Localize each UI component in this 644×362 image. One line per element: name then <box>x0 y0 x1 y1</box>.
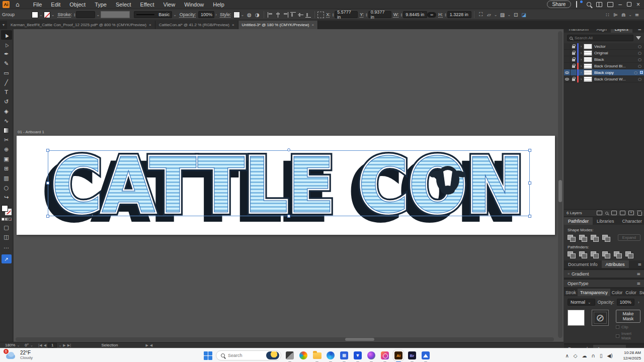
artboard-tool[interactable]: ⊞ <box>1 164 12 173</box>
intersect-icon[interactable] <box>591 235 598 241</box>
tab-libraries[interactable]: Libraries <box>593 217 618 225</box>
media-app-icon[interactable] <box>366 350 376 360</box>
status-back-icon[interactable]: ◀ <box>150 343 152 347</box>
lock-toggle[interactable] <box>571 50 577 56</box>
selection-tool[interactable]: ▲ <box>1 30 12 40</box>
control-bar-menu-icon[interactable]: ≡ <box>633 11 641 18</box>
unite-icon[interactable] <box>568 235 575 241</box>
tab-transparency[interactable]: Transparency <box>578 289 610 296</box>
opacity-chevron-icon[interactable]: › <box>215 13 217 17</box>
zoom-level-field[interactable]: 180% <box>5 343 15 347</box>
target-circle-icon[interactable]: ○ <box>634 70 640 75</box>
tab-color[interactable]: Color <box>610 289 624 296</box>
align-to-icon[interactable]: ⊫ <box>611 11 619 18</box>
lock-toggle[interactable] <box>571 56 577 63</box>
blend-mode-dropdown[interactable]: Normal ⌄ <box>568 299 595 306</box>
canvas-area[interactable]: 01 - Artboard 1 CATTLE CON CATTLE CON CA… <box>14 29 564 342</box>
close-button[interactable]: × <box>636 1 640 8</box>
last-artboard-icon[interactable]: ▶| <box>67 343 71 347</box>
vertical-scrollbar[interactable] <box>558 31 562 338</box>
style-chevron-icon[interactable]: ⌄ <box>241 13 245 17</box>
expand-button[interactable]: Expand <box>618 234 640 241</box>
bridge-taskbar-icon[interactable]: Br <box>407 350 417 360</box>
opacity-label[interactable]: Opacity: <box>180 12 196 17</box>
curvature-tool[interactable]: ✎ <box>1 59 12 68</box>
visibility-toggle[interactable] <box>564 56 571 63</box>
layer-name[interactable]: Original <box>594 51 638 55</box>
visibility-toggle[interactable] <box>564 50 571 56</box>
lock-toggle[interactable] <box>571 43 577 50</box>
layer-name[interactable]: Black <box>594 57 638 62</box>
w-label[interactable]: W: <box>393 12 399 17</box>
expand-chevron-icon[interactable]: › <box>579 57 584 62</box>
fill-swatch[interactable] <box>32 12 38 18</box>
dropbox-app-icon[interactable]: ▼ <box>353 350 363 360</box>
y-stepper[interactable]: ▴▾ <box>366 13 367 17</box>
mask-thumbnail[interactable]: ⊘ <box>592 310 609 326</box>
menu-view[interactable]: View <box>159 2 180 8</box>
arrange-icon[interactable]: ∷ <box>603 11 611 18</box>
photos-app-icon[interactable] <box>380 350 390 360</box>
first-artboard-icon[interactable]: |◀ <box>38 343 42 347</box>
filter-funnel-icon[interactable] <box>636 36 641 40</box>
target-circle-icon[interactable]: ○ <box>638 57 644 62</box>
copilot-icon[interactable] <box>298 350 308 360</box>
shear-icon[interactable]: ▱ <box>485 11 493 18</box>
new-sublayer-icon[interactable] <box>620 211 625 215</box>
align-top-icon[interactable] <box>290 12 296 18</box>
taskbar-search-input[interactable] <box>228 353 263 358</box>
phone-tray-icon[interactable]: ▯ <box>600 353 603 358</box>
h-stepper[interactable]: ▴▾ <box>445 13 446 17</box>
brush-chevron-icon[interactable]: ⌄ <box>173 13 177 17</box>
layer-row-black[interactable]: › Black ○ <box>564 56 644 63</box>
minus-front-icon[interactable] <box>579 235 587 241</box>
draw-mode-button[interactable]: ▢ <box>1 223 12 232</box>
arrange-documents-icon[interactable] <box>607 2 613 7</box>
layer-row-background-black[interactable]: › Back Ground Bl... ○ <box>564 63 644 69</box>
layers-search-input[interactable] <box>575 36 620 40</box>
onedrive-tray-icon[interactable]: ☁ <box>582 353 587 358</box>
scissors-tool[interactable]: ✂ <box>1 135 12 145</box>
menu-type[interactable]: Type <box>90 2 111 8</box>
vertical-scrollbar-thumb[interactable] <box>558 180 562 202</box>
expand-chevron-icon[interactable]: › <box>579 70 584 75</box>
new-layer-icon[interactable] <box>628 211 634 215</box>
shaper-tool[interactable]: ∿ <box>1 116 12 126</box>
align-bottom-icon[interactable] <box>305 12 311 18</box>
layer-name[interactable]: Back Ground Bl... <box>594 64 638 68</box>
invert-mask-checkbox[interactable] <box>616 334 619 338</box>
next-artboard-icon[interactable]: ▶ <box>63 343 65 347</box>
visibility-toggle[interactable] <box>564 43 571 50</box>
tab-attributes[interactable]: Attributes <box>602 260 629 268</box>
layer-name[interactable]: Black copy <box>594 70 634 75</box>
distort-icon[interactable]: ▨ <box>498 11 506 18</box>
layers-search-box[interactable] <box>567 35 633 41</box>
tray-chevron-icon[interactable]: ∧ <box>566 353 569 358</box>
collect-for-export-icon[interactable] <box>597 211 602 215</box>
restore-button[interactable] <box>627 2 631 7</box>
home-icon[interactable]: ⌂ <box>16 1 20 8</box>
edge-icon[interactable] <box>326 350 336 360</box>
lock-toggle[interactable] <box>571 69 577 76</box>
layer-thumbnail[interactable] <box>584 63 592 69</box>
lock-toggle[interactable] <box>571 76 577 82</box>
select-similar-icon[interactable]: ⋒ <box>619 11 627 18</box>
graph-tool[interactable]: ▥ <box>1 173 12 183</box>
selection-handle-nw[interactable] <box>46 149 49 152</box>
align-middle-icon[interactable] <box>298 12 303 18</box>
edit-toolbar-button[interactable]: … <box>1 242 12 251</box>
tab-swatches[interactable]: Swat <box>638 289 644 296</box>
contextual-task-button[interactable]: ↗ <box>2 254 12 263</box>
selection-handle-w[interactable] <box>46 182 49 185</box>
share-button[interactable]: Share <box>547 1 572 8</box>
search-icon[interactable] <box>587 2 591 7</box>
opacity-field[interactable]: 100% <box>198 11 214 18</box>
selection-handle-ne[interactable] <box>528 149 531 152</box>
tab-close-icon[interactable]: × <box>312 23 314 27</box>
transform-icon[interactable]: ⛶ <box>477 11 485 18</box>
hand-tool[interactable]: ↪ <box>1 193 12 202</box>
artboard-label[interactable]: 01 - Artboard 1 <box>18 130 44 134</box>
object-thumbnail[interactable] <box>568 310 585 326</box>
gradient-panel-label[interactable]: Gradient <box>572 272 589 277</box>
artboard-chevron-icon[interactable]: ⌄ <box>58 343 61 347</box>
